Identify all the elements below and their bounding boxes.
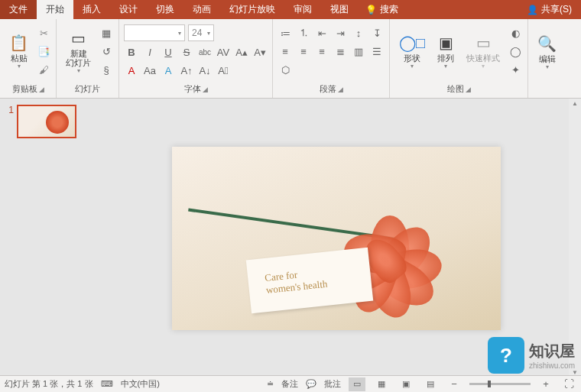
logo-sub-text: zhishiwu.com [529, 361, 575, 370]
section-button[interactable]: § [99, 62, 114, 77]
copy-button[interactable]: 📑 [36, 44, 51, 59]
format-painter-button[interactable]: 🖌 [36, 62, 51, 77]
tab-animations[interactable]: 动画 [183, 0, 220, 19]
find-icon: 🔍 [537, 34, 557, 53]
tell-me-search[interactable]: 💡 搜索 [358, 0, 406, 19]
quickstyle-label: 快速样式 [466, 53, 500, 63]
grow-font-button[interactable]: A▴ [234, 44, 249, 60]
line-spacing-button[interactable]: ↕ [351, 25, 366, 40]
shapes-label: 形状 [404, 53, 420, 63]
language-label[interactable]: 中文(中国) [121, 378, 160, 390]
thumb-number: 1 [3, 105, 14, 138]
align-left-button[interactable]: ≡ [278, 44, 293, 59]
titlebar: 文件 开始 插入 设计 切换 动画 幻灯片放映 审阅 视图 💡 搜索 👤 共享(… [0, 0, 581, 19]
group-label-drawing: 绘图 [447, 83, 464, 95]
editing-button[interactable]: 🔍 编辑 ▾ [533, 33, 561, 72]
dialog-launcher-icon[interactable]: ◢ [338, 86, 343, 93]
shadow-button[interactable]: abc [197, 44, 213, 60]
font-size-input[interactable]: 24▾ [188, 24, 214, 41]
notes-button[interactable]: 备注 [281, 378, 298, 390]
slide-canvas[interactable]: Care for women's health ▲ ▼ [92, 99, 581, 377]
tab-review[interactable]: 审阅 [284, 0, 321, 19]
shape-outline-button[interactable]: ◯ [508, 44, 523, 59]
new-slide-label: 新建 幻灯片 [66, 49, 91, 67]
font-family-input[interactable]: ▾ [124, 24, 185, 41]
shape-effects-button[interactable]: ✦ [508, 62, 523, 77]
slide-content[interactable]: Care for women's health [172, 147, 501, 330]
shape-fill-button[interactable]: ◐ [508, 25, 523, 40]
clear-format-button[interactable]: A⃠ [216, 63, 231, 78]
tab-transitions[interactable]: 切换 [147, 0, 183, 19]
underline-button[interactable]: U [161, 44, 176, 60]
grow-button[interactable]: A↑ [179, 63, 194, 78]
edit-label: 编辑 [539, 54, 556, 63]
clipboard-icon: 📋 [9, 34, 28, 52]
shrink-font-button[interactable]: A▾ [252, 44, 268, 60]
tab-design[interactable]: 设计 [110, 0, 147, 19]
chevron-down-icon: ▾ [444, 63, 447, 70]
chevron-down-icon: ▾ [77, 67, 80, 74]
dialog-launcher-icon[interactable]: ◢ [39, 86, 44, 93]
tab-insert[interactable]: 插入 [73, 0, 110, 19]
group-label-clipboard: 剪贴板 [12, 83, 37, 95]
quick-styles-button[interactable]: ▭ 快速样式 ▾ [462, 32, 505, 71]
shapes-button[interactable]: ◯□ 形状 ▾ [394, 32, 430, 71]
slide-thumb[interactable] [17, 105, 76, 138]
normal-view-button[interactable]: ▭ [349, 377, 365, 391]
tab-view[interactable]: 视图 [321, 0, 358, 19]
chevron-down-icon: ▾ [411, 63, 414, 70]
scroll-up-icon[interactable]: ▲ [572, 100, 578, 107]
indent-right-button[interactable]: ⇥ [333, 25, 348, 40]
italic-button[interactable]: I [142, 44, 157, 60]
arrange-button[interactable]: ▣ 排列 ▾ [433, 32, 459, 71]
dialog-launcher-icon[interactable]: ◢ [203, 86, 208, 93]
numbering-button[interactable]: ⒈ [296, 25, 311, 40]
tab-file[interactable]: 文件 [0, 0, 37, 19]
ribbon: 📋 粘贴 ▾ ✂ 📑 🖌 剪贴板◢ ▭ 新建 幻灯片 ▾ ▦ ↺ § [0, 19, 581, 99]
reset-button[interactable]: ↺ [99, 44, 114, 59]
logo-main-text: 知识屋 [529, 341, 575, 361]
text-direction-button[interactable]: ↧ [369, 25, 385, 40]
justify-button[interactable]: ≣ [333, 44, 348, 59]
dialog-launcher-icon[interactable]: ◢ [466, 86, 471, 93]
paste-label: 粘贴 [11, 53, 28, 63]
chevron-down-icon: ▾ [18, 63, 21, 70]
paste-button[interactable]: 📋 粘贴 ▾ [5, 32, 33, 71]
bullets-button[interactable]: ≔ [278, 25, 293, 40]
layout-button[interactable]: ▦ [99, 25, 114, 40]
highlight-button[interactable]: A [161, 63, 176, 78]
reading-view-button[interactable]: ▣ [398, 377, 414, 391]
slideshow-view-button[interactable]: ▤ [422, 377, 439, 391]
fit-window-button[interactable]: ⛶ [561, 377, 576, 392]
columns-button[interactable]: ▥ [351, 44, 366, 59]
comments-button[interactable]: 批注 [324, 378, 341, 390]
smartart-button[interactable]: ⬡ [278, 62, 293, 77]
vertical-scrollbar[interactable]: ▲ ▼ [569, 99, 581, 377]
bold-button[interactable]: B [124, 44, 139, 60]
align-center-button[interactable]: ≡ [296, 44, 311, 59]
zoom-out-button[interactable]: − [446, 377, 462, 392]
group-paragraph: ≔ ⒈ ⇤ ⇥ ↕ ↧ ≡ ≡ ≡ ≣ ▥ ☰ ⬡ [273, 19, 390, 98]
share-label: 共享(S) [541, 3, 572, 16]
zoom-slider[interactable] [469, 383, 531, 385]
cut-button[interactable]: ✂ [36, 25, 51, 40]
font-color-button[interactable]: A [124, 63, 139, 78]
tab-home[interactable]: 开始 [37, 0, 73, 19]
change-case-button[interactable]: Aa [142, 63, 157, 78]
sorter-view-button[interactable]: ▦ [373, 377, 390, 391]
tab-slideshow[interactable]: 幻灯片放映 [220, 0, 284, 19]
share-button[interactable]: 👤 共享(S) [518, 0, 581, 19]
align-text-button[interactable]: ☰ [369, 44, 385, 59]
notes-icon: ≐ [267, 379, 274, 389]
shrink-button[interactable]: A↓ [197, 63, 213, 78]
char-spacing-button[interactable]: AV [216, 44, 231, 60]
align-right-button[interactable]: ≡ [314, 44, 329, 59]
strike-button[interactable]: S [179, 44, 194, 60]
thumbnail-panel: 1 [0, 99, 92, 377]
thumbnail-item[interactable]: 1 [3, 105, 89, 138]
comments-icon: 💬 [306, 379, 316, 389]
zoom-thumb[interactable] [488, 381, 491, 387]
indent-left-button[interactable]: ⇤ [314, 25, 329, 40]
new-slide-button[interactable]: ▭ 新建 幻灯片 ▾ [61, 28, 96, 76]
zoom-in-button[interactable]: + [538, 377, 553, 392]
